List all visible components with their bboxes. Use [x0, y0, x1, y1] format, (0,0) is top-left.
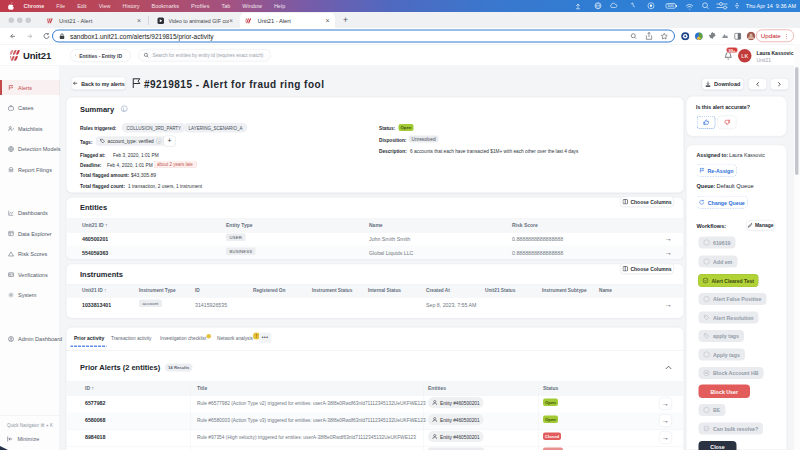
svg-text:100: 100: [667, 4, 673, 8]
